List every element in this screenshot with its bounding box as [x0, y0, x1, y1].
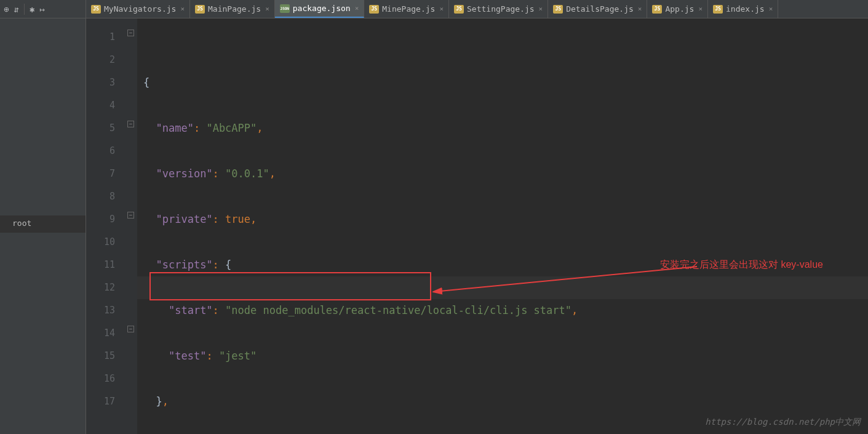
line-number: 1	[86, 26, 115, 49]
target-icon[interactable]: ⊕	[4, 4, 9, 14]
fold-toggle-icon[interactable]: −	[127, 326, 134, 332]
line-number: 11	[86, 254, 115, 276]
close-icon[interactable]: ×	[698, 5, 703, 13]
tab-label: SettingPage.js	[467, 4, 535, 14]
tree-label: root	[12, 219, 31, 228]
close-icon[interactable]: ×	[638, 5, 642, 13]
fold-toggle-icon[interactable]: −	[127, 30, 134, 36]
js-file-icon: JS	[454, 5, 464, 14]
tab-label: App.js	[665, 4, 694, 14]
project-tool-window[interactable]: ⊕ ⇵ ✱ ↦ root	[0, 0, 86, 434]
tab-package-json[interactable]: JSONpackage.json×	[275, 0, 365, 18]
line-number: 17	[86, 390, 115, 413]
fold-toggle-icon[interactable]: −	[127, 121, 134, 127]
fold-gutter: − − − −	[126, 18, 137, 434]
line-number: 13	[86, 299, 115, 322]
line-number: 9	[86, 208, 115, 231]
close-icon[interactable]: ×	[180, 5, 185, 13]
project-toolbar: ⊕ ⇵ ✱ ↦	[0, 0, 86, 18]
editor-area: JSMyNavigators.js× JSMainPage.js× JSONpa…	[86, 0, 868, 434]
tab-index[interactable]: JSindex.js×	[708, 0, 778, 18]
project-tree[interactable]: root	[0, 18, 86, 23]
tab-label: index.js	[726, 4, 765, 14]
annotation-text: 安装完之后这里会出现这对 key-value	[660, 253, 823, 276]
fold-toggle-icon[interactable]: −	[127, 212, 134, 219]
js-file-icon: JS	[553, 5, 563, 14]
line-number: 7	[86, 163, 115, 185]
close-icon[interactable]: ×	[355, 4, 359, 12]
tab-label: MinePage.js	[382, 4, 435, 14]
separator	[24, 4, 25, 15]
tab-minepage[interactable]: JSMinePage.js×	[364, 0, 449, 18]
js-file-icon: JS	[369, 5, 379, 14]
close-icon[interactable]: ×	[769, 5, 773, 13]
line-number: 6	[86, 140, 115, 163]
line-number: 5	[86, 117, 115, 140]
collapse-icon[interactable]: ⇵	[14, 4, 18, 14]
js-file-icon: JS	[652, 5, 662, 14]
tab-label: package.json	[293, 4, 351, 13]
watermark: https://blog.csdn.net/php中文网	[705, 417, 861, 428]
tab-detailspage[interactable]: JSDetailsPage.js×	[548, 0, 647, 18]
close-icon[interactable]: ×	[265, 5, 269, 13]
code-content[interactable]: { "name": "AbcAPP", "version": "0.0.1", …	[137, 18, 868, 434]
js-file-icon: JS	[195, 5, 205, 14]
tab-mainpage[interactable]: JSMainPage.js×	[190, 0, 275, 18]
json-file-icon: JSON	[280, 4, 290, 13]
tab-app[interactable]: JSApp.js×	[647, 0, 708, 18]
hide-icon[interactable]: ↦	[39, 4, 44, 14]
tab-mynavigators[interactable]: JSMyNavigators.js×	[86, 0, 190, 18]
line-number: 2	[86, 49, 115, 71]
line-number: 12	[86, 276, 115, 299]
js-file-icon: JS	[91, 5, 101, 14]
tree-node-root[interactable]: root	[0, 217, 36, 230]
tab-label: MyNavigators.js	[104, 4, 176, 14]
current-line-highlight	[137, 276, 868, 299]
line-number: 3	[86, 71, 115, 94]
close-icon[interactable]: ×	[539, 5, 543, 13]
line-number: 4	[86, 94, 115, 117]
tab-settingpage[interactable]: JSSettingPage.js×	[449, 0, 548, 18]
js-file-icon: JS	[713, 5, 723, 14]
code-editor[interactable]: 1 2 3 4 5 6 7 8 9 10 11 12 13 14 15 16 1…	[86, 18, 868, 434]
line-number: 10	[86, 231, 115, 254]
editor-tabs: JSMyNavigators.js× JSMainPage.js× JSONpa…	[86, 0, 868, 18]
gear-icon[interactable]: ✱	[30, 4, 34, 14]
tab-label: DetailsPage.js	[566, 4, 634, 14]
tab-label: MainPage.js	[208, 4, 261, 14]
line-number: 14	[86, 322, 115, 345]
line-number: 15	[86, 345, 115, 368]
line-number: 8	[86, 185, 115, 208]
line-number: 16	[86, 368, 115, 390]
line-gutter: 1 2 3 4 5 6 7 8 9 10 11 12 13 14 15 16 1…	[86, 18, 126, 434]
close-icon[interactable]: ×	[439, 5, 444, 13]
